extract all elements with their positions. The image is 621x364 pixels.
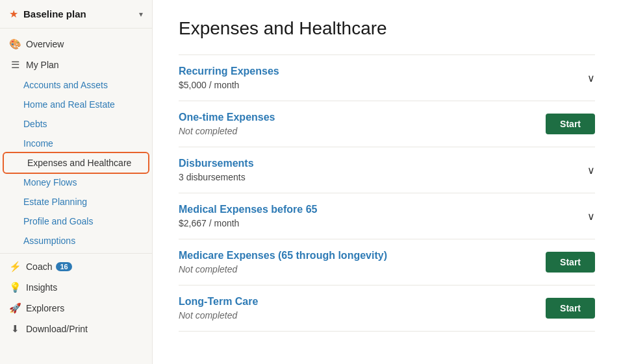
sidebar-item-estate-planning[interactable]: Estate Planning	[0, 192, 152, 212]
section-left-disbursements: Disbursements3 disbursements	[179, 158, 577, 182]
star-icon: ★	[9, 8, 18, 20]
nav-divider	[0, 253, 152, 254]
sidebar-item-my-plan[interactable]: ☰ My Plan	[0, 55, 152, 75]
start-button-long-term-care[interactable]: Start	[546, 298, 595, 319]
section-subtitle: Not completed	[179, 264, 546, 274]
sidebar-item-home-real-estate[interactable]: Home and Real Estate	[0, 95, 152, 114]
page-title: Expenses and Healthcare	[179, 18, 595, 39]
sidebar-item-insights[interactable]: 💡 Insights	[0, 277, 152, 298]
bolt-icon: ⚡	[9, 261, 21, 273]
section-title: Recurring Expenses	[179, 66, 577, 77]
section-title: One-time Expenses	[179, 112, 546, 123]
sidebar-item-label: Download/Print	[26, 324, 88, 334]
sections-list: Recurring Expenses$5,000 / month∨One-tim…	[179, 55, 595, 332]
sidebar-item-label: Expenses and Healthcare	[27, 158, 131, 168]
coach-badge: 16	[56, 262, 71, 271]
sidebar-item-label: Insights	[26, 282, 57, 293]
section-left-long-term-care: Long-Term CareNot completed	[179, 296, 546, 321]
plan-title: Baseline plan	[23, 8, 139, 19]
section-title: Medicare Expenses (65 through longevity)	[179, 250, 546, 261]
sidebar-item-label: Debts	[23, 119, 47, 129]
sidebar-item-profile-goals[interactable]: Profile and Goals	[0, 212, 152, 231]
section-item-long-term-care[interactable]: Long-Term CareNot completedStart	[179, 285, 595, 332]
sidebar-item-label: Assumptions	[23, 236, 75, 246]
section-item-one-time-expenses[interactable]: One-time ExpensesNot completedStart	[179, 101, 595, 147]
chevron-down-icon: ▾	[139, 10, 143, 19]
section-left-medical-expenses: Medical Expenses before 65$2,667 / month	[179, 204, 577, 228]
section-title: Disbursements	[179, 158, 577, 169]
sidebar-header[interactable]: ★ Baseline plan ▾	[0, 0, 152, 29]
sidebar-item-overview[interactable]: 🎨 Overview	[0, 34, 152, 55]
main-content: Expenses and Healthcare Recurring Expens…	[153, 0, 621, 364]
chevron-down-icon[interactable]: ∨	[587, 72, 595, 84]
section-subtitle: Not completed	[179, 126, 546, 136]
section-subtitle: $5,000 / month	[179, 80, 577, 90]
section-left-medicare-expenses: Medicare Expenses (65 through longevity)…	[179, 250, 546, 274]
sidebar-item-money-flows[interactable]: Money Flows	[0, 173, 152, 192]
section-item-medicare-expenses[interactable]: Medicare Expenses (65 through longevity)…	[179, 239, 595, 285]
sidebar-item-label: Estate Planning	[23, 197, 87, 207]
sidebar-item-label: Accounts and Assets	[23, 80, 108, 90]
sidebar-item-explorers[interactable]: 🚀 Explorers	[0, 298, 152, 319]
section-subtitle: $2,667 / month	[179, 218, 577, 228]
section-item-recurring-expenses[interactable]: Recurring Expenses$5,000 / month∨	[179, 55, 595, 101]
sidebar-item-expenses-healthcare[interactable]: Expenses and Healthcare	[4, 153, 148, 173]
sidebar: ★ Baseline plan ▾ 🎨 Overview ☰ My Plan A…	[0, 0, 153, 364]
palette-icon: 🎨	[9, 38, 21, 50]
section-subtitle: Not completed	[179, 310, 546, 321]
chevron-down-icon[interactable]: ∨	[587, 210, 595, 223]
sidebar-item-label: Money Flows	[23, 177, 77, 188]
sidebar-item-label: Income	[23, 138, 53, 149]
section-title: Medical Expenses before 65	[179, 204, 577, 215]
sidebar-navigation: 🎨 Overview ☰ My Plan Accounts and Assets…	[0, 29, 152, 345]
start-button-one-time-expenses[interactable]: Start	[546, 114, 595, 134]
sidebar-item-label: Home and Real Estate	[23, 99, 115, 110]
insights-icon: 💡	[9, 282, 21, 293]
sidebar-item-label: Coach	[26, 261, 52, 272]
sidebar-item-accounts-assets[interactable]: Accounts and Assets	[0, 75, 152, 95]
chevron-down-icon[interactable]: ∨	[587, 164, 595, 176]
sidebar-item-label: My Plan	[26, 60, 59, 70]
start-button-medicare-expenses[interactable]: Start	[546, 252, 595, 273]
section-title: Long-Term Care	[179, 296, 546, 308]
section-subtitle: 3 disbursements	[179, 172, 577, 182]
sidebar-item-label: Profile and Goals	[23, 216, 93, 226]
sidebar-item-label: Explorers	[26, 303, 64, 313]
sidebar-item-income[interactable]: Income	[0, 134, 152, 153]
section-item-medical-expenses[interactable]: Medical Expenses before 65$2,667 / month…	[179, 193, 595, 239]
section-item-disbursements[interactable]: Disbursements3 disbursements∨	[179, 147, 595, 193]
list-icon: ☰	[9, 59, 21, 71]
rocket-icon: 🚀	[9, 302, 21, 314]
section-left-recurring-expenses: Recurring Expenses$5,000 / month	[179, 66, 577, 90]
sidebar-item-label: Overview	[26, 39, 64, 49]
download-icon: ⬇	[9, 323, 21, 335]
sidebar-item-download-print[interactable]: ⬇ Download/Print	[0, 319, 152, 339]
section-left-one-time-expenses: One-time ExpensesNot completed	[179, 112, 546, 136]
sidebar-item-coach[interactable]: ⚡ Coach 16	[0, 256, 152, 277]
sidebar-item-debts[interactable]: Debts	[0, 114, 152, 134]
sidebar-item-assumptions[interactable]: Assumptions	[0, 231, 152, 250]
